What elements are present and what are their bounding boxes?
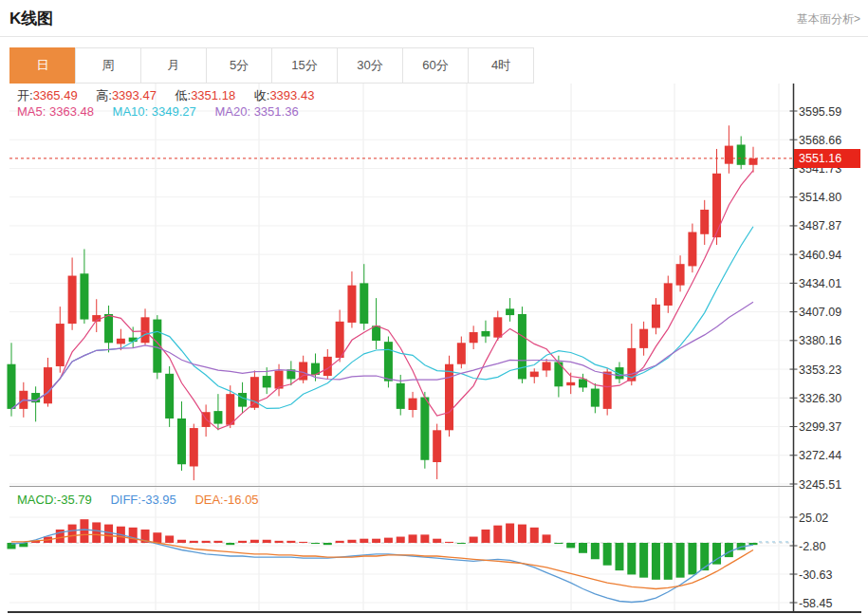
diff-value: -33.95 (141, 493, 176, 507)
svg-text:3487.87: 3487.87 (799, 219, 841, 233)
svg-text:3326.30: 3326.30 (799, 392, 841, 405)
svg-text:3595.59: 3595.59 (799, 105, 841, 119)
ma5-label: MA5: (17, 104, 46, 119)
svg-text:3407.09: 3407.09 (799, 306, 841, 319)
svg-text:-58.45: -58.45 (799, 597, 832, 610)
svg-text:3568.66: 3568.66 (799, 134, 841, 147)
ma5-line (11, 171, 753, 430)
svg-text:3514.80: 3514.80 (799, 191, 841, 204)
macd-legend: MACD:-35.79 DIFF:-33.95 DEA:-16.05 (17, 493, 274, 507)
last-price-tag: 3551.16 (794, 149, 860, 168)
high-value: 3393.47 (112, 88, 157, 102)
low-value: 3351.18 (191, 88, 235, 102)
open-label: 开: (17, 88, 33, 102)
axis-labels: 3595.593568.663541.733514.803487.873460.… (790, 105, 842, 610)
dea-label: DEA: (194, 493, 223, 507)
ma10-value: 3349.27 (152, 104, 196, 119)
diff-label: DIFF: (110, 493, 141, 507)
close-label: 收: (254, 88, 270, 102)
macd-label: MACD: (17, 493, 57, 507)
svg-text:25.02: 25.02 (799, 512, 828, 525)
macd-histogram (8, 519, 758, 580)
svg-text:3353.23: 3353.23 (799, 363, 841, 377)
ma20-label: MA20: (214, 104, 250, 119)
ma-legend: MA5: 3363.48 MA10: 3349.27 MA20: 3351.36 (17, 104, 314, 119)
ma5-value: 3363.48 (49, 104, 94, 119)
ohlc-legend: 开:3365.49 高:3393.47 低:3351.18 收:3393.43 (17, 87, 329, 104)
ma10-line (11, 227, 753, 409)
svg-text:3434.01: 3434.01 (799, 277, 841, 290)
ma10-label: MA10: (113, 104, 149, 119)
svg-text:-30.63: -30.63 (799, 568, 832, 582)
svg-text:3272.44: 3272.44 (799, 449, 841, 462)
dea-value: -16.05 (224, 493, 259, 507)
svg-text:3299.37: 3299.37 (799, 420, 841, 434)
ma20-line (11, 302, 753, 409)
macd-value: -35.79 (57, 493, 92, 507)
high-label: 高: (96, 88, 112, 102)
ma20-value: 3351.36 (254, 104, 299, 119)
low-label: 低: (175, 88, 192, 102)
open-value: 3365.49 (33, 88, 78, 102)
grid-lines (9, 84, 793, 610)
close-value: 3393.43 (269, 88, 314, 102)
svg-text:3245.51: 3245.51 (799, 478, 841, 492)
svg-text:-2.80: -2.80 (799, 540, 826, 553)
svg-text:3380.16: 3380.16 (799, 334, 841, 347)
svg-text:3460.94: 3460.94 (799, 249, 841, 262)
